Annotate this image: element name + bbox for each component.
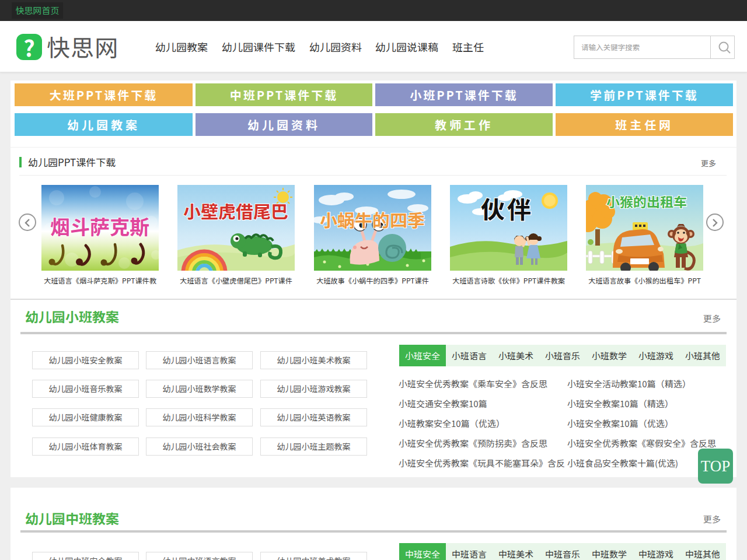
svg-text:小猴的出租车: 小猴的出租车 [606, 191, 687, 211]
svg-text:小壁虎借尾巴: 小壁虎借尾巴 [183, 198, 288, 223]
svg-text:伙伴: 伙伴 [481, 191, 533, 226]
svg-text:小蜗牛的四季: 小蜗牛的四季 [320, 206, 425, 232]
svg-text:烟斗萨克斯: 烟斗萨克斯 [50, 212, 149, 240]
